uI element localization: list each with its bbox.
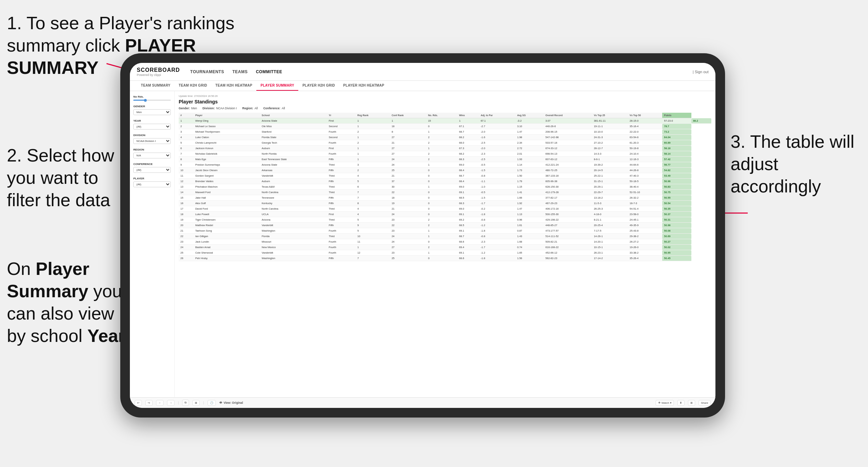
table-cell: 17 [179, 206, 193, 212]
table-cell: 38-40-4 [628, 184, 662, 190]
table-cell: 0.74 [515, 245, 544, 250]
table-cell: 35-16-4 [628, 124, 662, 129]
table-cell: -1.2 [479, 250, 515, 256]
table-cell: 22 [179, 234, 193, 239]
table-cell: 50.83 [662, 184, 691, 190]
player-select[interactable]: (All) [133, 181, 171, 187]
sub-nav-team-h2h-heatmap[interactable]: TEAM H2H HEATMAP [211, 81, 256, 91]
redo-btn[interactable]: ↪ [145, 400, 153, 406]
table-cell: 4 [356, 212, 390, 217]
table-cell: Michael Thorbjornsen [193, 129, 260, 135]
table-cell: Georgia Tech [260, 140, 327, 146]
table-cell: 68.7 [457, 173, 479, 179]
toolbar-right: 👁 Watch ▾ ⬆ ⊞ Share [656, 400, 711, 406]
table-cell: -3.2 [515, 118, 544, 124]
table-cell: 22 [390, 223, 426, 228]
col-wins: Wins [457, 113, 479, 118]
gender-select[interactable]: Men [133, 109, 171, 115]
table-row: 13Phichaksn MaichonTexas A&MThird630169.… [179, 184, 711, 190]
table-cell: 6 [356, 184, 390, 190]
table-cell: 27 [390, 135, 426, 140]
table-cell: 14 [179, 190, 193, 195]
table-cell: 49-35-9 [628, 223, 662, 228]
view-original[interactable]: 👁 View: Original [219, 401, 243, 404]
sub-nav: TEAM SUMMARY TEAM H2H GRID TEAM H2H HEAT… [130, 81, 715, 91]
table-cell: Brendan Valdes [193, 179, 260, 184]
table-cell: 20-25-4 [592, 223, 628, 228]
annotation-step2: 2. Select how you want to filter the dat… [7, 144, 134, 211]
table-cell: 9 [356, 223, 390, 228]
sub-nav-player-h2h-heatmap[interactable]: PLAYER H2H HEATMAP [339, 81, 388, 91]
table-cell: 69.0 [457, 206, 479, 212]
table-row: 19Tiger ChristensenArizonaThird523269.2-… [179, 217, 711, 223]
table-cell: Second [327, 135, 356, 140]
sub-nav-player-h2h-grid[interactable]: PLAYER H2H GRID [298, 81, 339, 91]
table-cell: 452-66-12 [544, 250, 592, 256]
table-cell: Ole Miss [260, 124, 327, 129]
table-cell: 1.61 [515, 223, 544, 228]
table-cell: 24 [390, 212, 426, 217]
sub-nav-player-summary[interactable]: PLAYER SUMMARY [256, 81, 298, 91]
table-cell: 68.4 [457, 179, 479, 184]
slider-track[interactable] [133, 100, 171, 101]
table-cell: 2 [426, 245, 457, 250]
conference-select[interactable]: (All) [133, 167, 171, 173]
table-cell: 1 [356, 151, 390, 157]
table-cell: 10 [356, 234, 390, 239]
table-cell: 2.01 [515, 151, 544, 157]
table-cell: -0.5 [479, 162, 515, 168]
player-filter: Player (All) [133, 177, 171, 187]
table-cell: -1.7 [479, 245, 515, 250]
table-cell: 429-198-22 [544, 217, 592, 223]
region-select[interactable]: N/A [133, 153, 171, 158]
table-cell: 27 [390, 151, 426, 157]
table-cell: Fourth [327, 140, 356, 146]
table-cell: 1.93 [515, 157, 544, 162]
table-row: 17David FordNorth CarolinaThird421069.0-… [179, 206, 711, 212]
export-btn[interactable]: ⬆ [677, 400, 685, 406]
table-cell: -2.7 [479, 124, 515, 129]
table-cell: 23 [390, 250, 426, 256]
share-btn[interactable]: Share [699, 400, 711, 406]
slider-fill [133, 100, 145, 101]
nav-committee[interactable]: COMMITTEE [256, 68, 282, 76]
table-cell: 50.96 [662, 179, 691, 184]
sub-nav-team-summary[interactable]: TEAM SUMMARY [137, 81, 175, 91]
table-cell: 24-31-3 [592, 135, 628, 140]
conference-label: Conference [133, 163, 171, 166]
table-cell: 44-64-6 [628, 162, 662, 168]
back-btn[interactable]: ← [156, 400, 164, 406]
copy-btn[interactable]: ⧉ [182, 400, 189, 406]
filter-region: Region: All [242, 107, 258, 110]
paste-btn[interactable]: ⊞ [192, 400, 200, 406]
table-cell: 69.4 [457, 245, 479, 250]
table-cell: Vanderbilt [260, 250, 327, 256]
clock-btn[interactable]: 🕐 [208, 400, 216, 406]
table-cell: 50.98 [662, 223, 691, 228]
sub-nav-team-h2h-grid[interactable]: TEAM H2H GRID [175, 81, 211, 91]
nav-tournaments[interactable]: TOURNAMENTS [190, 68, 224, 76]
table-cell: 509-82-21 [544, 239, 592, 245]
table-cell: 27 [390, 146, 426, 151]
nav-teams[interactable]: TEAMS [232, 68, 248, 76]
table-cell: 23-58-0 [628, 212, 662, 217]
app-header: SCOREBOARD Powered by clippi TOURNAMENTS… [130, 63, 715, 81]
forward-btn[interactable]: → [167, 400, 175, 406]
table-cell: 1 [426, 162, 457, 168]
table-cell: Alex Goff [193, 201, 260, 206]
grid-btn[interactable]: ⊞ [688, 400, 695, 406]
division-select[interactable]: NCAA Division I [133, 138, 171, 144]
table-cell: Maxwell Ford [193, 190, 260, 195]
watch-btn[interactable]: 👁 Watch ▾ [656, 400, 674, 406]
undo-btn[interactable]: ↩ [135, 400, 142, 406]
table-cell: 0 [426, 201, 457, 206]
filter-gender: Gender: Men [179, 107, 197, 110]
table-cell: 69.1 [457, 228, 479, 234]
table-cell: 1.66 [515, 195, 544, 201]
table-cell: 3.10 [515, 124, 544, 129]
table-cell: Jack Lundin [193, 239, 260, 245]
table-cell: Fifth [327, 179, 356, 184]
table-cell: First [327, 118, 356, 124]
table-cell: 2 [426, 135, 457, 140]
year-select[interactable]: (All) [133, 124, 171, 130]
